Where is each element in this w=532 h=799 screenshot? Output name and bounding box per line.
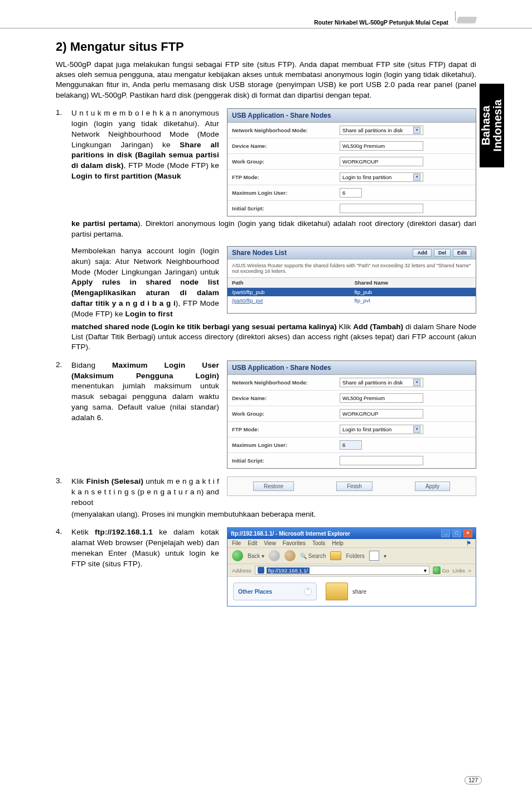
links-label[interactable]: Links — [453, 567, 465, 574]
init-script-input[interactable] — [340, 456, 423, 465]
go-button[interactable]: Go — [433, 566, 449, 574]
init-script-label: Initial Script: — [232, 205, 340, 211]
nn-mode-select[interactable]: Share all partitions in disk▾ — [340, 378, 423, 387]
side-tab-line2: Indonesia — [491, 99, 504, 151]
address-input[interactable]: ftp://192.168.1.1/ ▾ — [255, 566, 429, 575]
step-3: 3. Klik Finish (Selesai) untuk m e n g a… — [56, 476, 476, 519]
nn-mode-label: Network Neighborhood Mode: — [232, 379, 340, 386]
menu-help[interactable]: Help — [332, 540, 344, 546]
folder-icon — [326, 583, 348, 600]
chevron-down-icon: ▾ — [413, 379, 420, 386]
maximize-icon[interactable]: □ — [452, 530, 461, 537]
step3-text: Klik Finish (Selesai) untuk m e n g a k … — [71, 476, 219, 508]
collapse-icon: ⌃ — [304, 588, 312, 595]
up-icon[interactable] — [284, 550, 296, 561]
step-number: 1. — [56, 108, 66, 353]
language-side-tab: Bahasa Indonesia — [480, 84, 504, 167]
intro-paragraph: WL-500gP dapat juga melakukan fungsi seb… — [56, 60, 476, 100]
menu-edit[interactable]: Edit — [248, 540, 257, 546]
max-login-label: Maximum Login User: — [232, 442, 340, 448]
max-login-label: Maximum Login User: — [232, 190, 340, 196]
step1-after1: ke partisi pertama). Direktori anonymous… — [71, 219, 476, 239]
menu-file[interactable]: File — [232, 540, 241, 546]
site-icon — [258, 567, 264, 574]
chevron-down-icon: ▾ — [424, 567, 427, 574]
nn-mode-label: Network Neighborhood Mode: — [232, 127, 340, 133]
back-icon[interactable] — [232, 550, 243, 561]
search-label[interactable]: 🔍 Search — [300, 553, 326, 559]
device-name-label: Device Name: — [232, 395, 340, 401]
views-icon[interactable] — [369, 551, 379, 561]
folder-label: share — [352, 589, 366, 595]
side-tab-line1: Bahasa — [480, 105, 492, 145]
step-4: 4. Ketik ftp://192.168.1.1 ke dalam kota… — [56, 527, 476, 607]
step1-text-b: Membolekan hanya account login (login ak… — [71, 246, 219, 320]
nn-mode-select[interactable]: Share all partitions in disk▾ — [340, 126, 423, 135]
workgroup-label: Work Group: — [232, 158, 340, 165]
step1-after2: matched shared node (Login ke titik berb… — [71, 322, 476, 353]
share-nodes-list-panel: Share Nodes List Add Del Edit ASUS Wirel… — [227, 246, 476, 314]
max-login-input[interactable]: 6 — [340, 188, 362, 198]
ie-flag-icon: ⚑ — [466, 540, 471, 546]
menu-tools[interactable]: Tools — [312, 540, 325, 546]
chevron-down-icon: ▾ — [413, 426, 420, 433]
apply-button[interactable]: Apply — [415, 482, 450, 491]
device-name-input[interactable]: WL500g Premium — [340, 393, 423, 403]
usb-share-nodes-panel-2: USB Application - Share Nodes Network Ne… — [227, 360, 476, 469]
other-places-panel[interactable]: Other Places ⌃ — [233, 583, 317, 600]
col-shared: Shared Name — [350, 278, 476, 288]
step-number: 3. — [56, 476, 66, 519]
col-path: Path — [228, 278, 350, 288]
ie-titlebar: ftp://192.168.1.1/ - Microsoft Internet … — [228, 528, 476, 539]
table-row[interactable]: /part0/ftp_pub ftp_pub — [228, 287, 476, 296]
ftp-mode-label: FTP Mode: — [232, 174, 340, 180]
max-login-input[interactable]: 6 — [340, 440, 362, 450]
menu-favorites[interactable]: Favorites — [283, 540, 306, 546]
back-label: Back ▾ — [248, 553, 264, 559]
edit-button[interactable]: Edit — [453, 249, 471, 257]
step1-text-a: U n t u k m e m b o l e h k a n anonymou… — [71, 108, 219, 182]
router-icon — [454, 13, 482, 26]
share-list-title: Share Nodes List — [232, 249, 410, 257]
folders-icon[interactable] — [330, 551, 341, 560]
table-row[interactable]: /part0/ftp_pvt ftp_pvt — [228, 296, 476, 305]
ftp-mode-select[interactable]: Login to first partition▾ — [340, 172, 423, 182]
forward-icon[interactable] — [269, 550, 280, 561]
device-name-input[interactable]: WL500g Premium — [340, 141, 423, 151]
workgroup-input[interactable]: WORKGROUP — [340, 157, 423, 166]
device-name-label: Device Name: — [232, 143, 340, 149]
chevron-down-icon: ▾ — [413, 174, 420, 181]
step-number: 2. — [56, 360, 66, 469]
panel2-title: USB Application - Share Nodes — [228, 361, 476, 375]
init-script-input[interactable] — [340, 204, 423, 213]
del-button[interactable]: Del — [434, 249, 451, 257]
menu-view[interactable]: View — [264, 540, 276, 546]
ie-toolbar: Back ▾ 🔍 Search Folders ▾ — [228, 548, 476, 564]
folder-item[interactable]: share — [326, 583, 366, 600]
restore-button[interactable]: Restore — [253, 482, 294, 491]
url-text: ftp://192.168.1.1/ — [267, 567, 309, 574]
ie-body: Other Places ⌃ share — [228, 577, 476, 606]
ftp-mode-select[interactable]: Login to first partition▾ — [340, 425, 423, 434]
folders-label: Folders — [346, 553, 364, 559]
panel1-title: USB Application - Share Nodes — [228, 109, 476, 123]
usb-share-nodes-panel-1: USB Application - Share Nodes Network Ne… — [227, 108, 476, 217]
finish-button[interactable]: Finish — [336, 482, 373, 491]
step4-text: Ketik ftp://192.168.1.1 ke dalam kotak a… — [71, 527, 219, 570]
chevron-down-icon: ▾ — [413, 127, 420, 134]
page-header: Router Nirkabel WL-500gP Petunjuk Mulai … — [0, 0, 532, 28]
page-number: 127 — [465, 776, 482, 784]
header-text: Router Nirkabel WL-500gP Petunjuk Mulai … — [314, 19, 448, 26]
go-icon — [433, 566, 441, 574]
ftp-mode-label: FTP Mode: — [232, 426, 340, 432]
ie-address-bar: Address ftp://192.168.1.1/ ▾ Go Links» — [228, 564, 476, 577]
init-script-label: Initial Script: — [232, 458, 340, 464]
address-label: Address — [232, 567, 252, 574]
workgroup-input[interactable]: WORKGROUP — [340, 409, 423, 418]
step-number: 4. — [56, 527, 66, 607]
add-button[interactable]: Add — [413, 249, 432, 257]
workgroup-label: Work Group: — [232, 411, 340, 417]
action-button-row: Restore Finish Apply — [227, 476, 476, 496]
minimize-icon[interactable]: _ — [441, 530, 450, 537]
close-icon[interactable]: × — [463, 530, 472, 537]
